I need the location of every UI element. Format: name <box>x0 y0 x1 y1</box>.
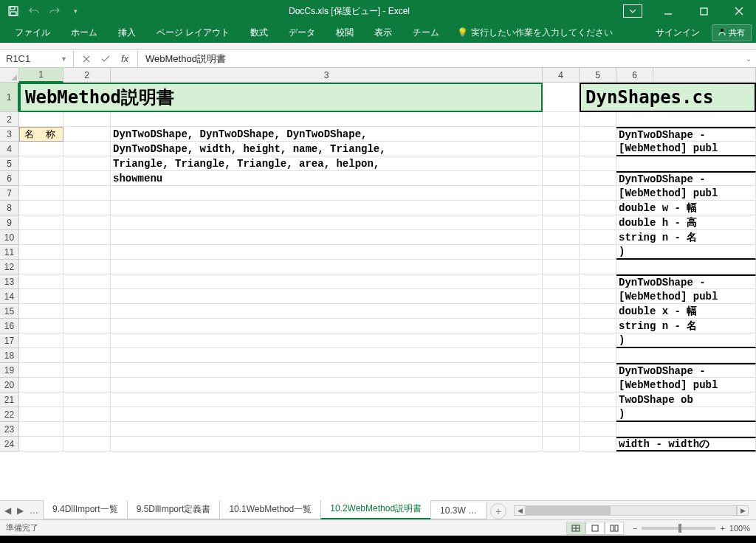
content-cell[interactable] <box>111 392 543 407</box>
row-header[interactable]: 21 <box>0 392 19 407</box>
row-header[interactable]: 20 <box>0 378 19 392</box>
view-pagebreak-button[interactable] <box>605 522 624 535</box>
cell[interactable] <box>63 304 111 319</box>
right-code-cell[interactable]: string n - 名 <box>616 230 756 245</box>
cancel-formula-button[interactable] <box>77 52 96 66</box>
row-header[interactable]: 19 <box>0 363 19 378</box>
cell[interactable] <box>580 245 616 260</box>
cell[interactable] <box>580 319 616 333</box>
cell[interactable] <box>63 333 111 348</box>
cell[interactable] <box>63 392 111 407</box>
right-code-cell[interactable]: TwoDShape ob <box>616 392 756 407</box>
cell[interactable] <box>19 289 63 304</box>
right-code-cell[interactable]: width - widthの <box>616 437 756 452</box>
cell[interactable] <box>19 156 63 171</box>
cell[interactable] <box>580 363 616 378</box>
cell[interactable] <box>543 112 580 127</box>
cell[interactable] <box>580 201 616 215</box>
tell-me-box[interactable]: 💡 実行したい作業を入力してください <box>457 27 613 39</box>
cell[interactable] <box>19 437 63 452</box>
cell[interactable] <box>543 142 580 156</box>
cell[interactable] <box>543 437 580 452</box>
scroll-thumb[interactable] <box>526 506 611 515</box>
ribbon-display-button[interactable] <box>616 0 650 22</box>
col-header-5[interactable]: 5 <box>580 68 616 83</box>
cell[interactable] <box>63 142 111 156</box>
right-code-cell[interactable]: double h - 高 <box>616 215 756 230</box>
horizontal-scrollbar[interactable]: ◀ ▶ <box>514 505 749 516</box>
cell[interactable] <box>580 260 616 274</box>
sheet-tab[interactable]: 9.4DllImport一覧 <box>43 500 128 519</box>
content-cell[interactable] <box>111 215 543 230</box>
cell[interactable] <box>543 333 580 348</box>
tab-home[interactable]: ホーム <box>61 22 108 44</box>
col-header-4[interactable]: 4 <box>543 68 580 83</box>
cell[interactable] <box>580 304 616 319</box>
cell[interactable] <box>543 186 580 201</box>
cell[interactable] <box>580 127 616 142</box>
undo-icon[interactable] <box>27 4 41 18</box>
tab-insert[interactable]: 挿入 <box>108 22 146 44</box>
cell[interactable] <box>19 112 63 127</box>
cell[interactable] <box>19 171 63 186</box>
row-header[interactable]: 23 <box>0 422 19 437</box>
cell[interactable] <box>19 378 63 392</box>
cell[interactable] <box>543 215 580 230</box>
cell[interactable] <box>580 230 616 245</box>
cell[interactable] <box>63 156 111 171</box>
row-header[interactable]: 5 <box>0 156 19 171</box>
cell[interactable] <box>543 83 580 112</box>
cell[interactable] <box>543 392 580 407</box>
content-cell[interactable]: showmenu <box>111 171 543 186</box>
cell[interactable] <box>580 392 616 407</box>
tab-data[interactable]: データ <box>278 22 326 44</box>
right-code-cell[interactable]: ) <box>616 245 756 260</box>
cell[interactable] <box>19 392 63 407</box>
sheet-tab[interactable]: 9.5DllImport定義書 <box>127 500 221 519</box>
cell[interactable] <box>63 274 111 289</box>
cell[interactable] <box>543 171 580 186</box>
cell[interactable] <box>543 260 580 274</box>
row-header[interactable]: 4 <box>0 142 19 156</box>
cell[interactable] <box>63 378 111 392</box>
cell[interactable] <box>63 407 111 422</box>
right-code-cell[interactable] <box>616 112 756 127</box>
right-code-cell[interactable]: DynTwoDShape - <box>616 274 756 289</box>
row-header[interactable]: 13 <box>0 274 19 289</box>
right-code-cell[interactable] <box>616 260 756 274</box>
cell[interactable] <box>543 363 580 378</box>
right-code-cell[interactable] <box>616 348 756 363</box>
col-header-1[interactable]: 1 <box>19 68 63 83</box>
signin-link[interactable]: サインイン <box>648 24 707 42</box>
content-cell[interactable] <box>111 437 543 452</box>
cell[interactable] <box>19 230 63 245</box>
right-code-cell[interactable]: ) <box>616 333 756 348</box>
right-code-cell[interactable]: [WebMethod] publ <box>616 289 756 304</box>
cell[interactable] <box>19 274 63 289</box>
cell[interactable] <box>19 363 63 378</box>
row-header[interactable]: 24 <box>0 437 19 452</box>
row-header[interactable]: 11 <box>0 245 19 260</box>
cell[interactable] <box>63 112 111 127</box>
cell[interactable] <box>543 422 580 437</box>
cell[interactable] <box>63 260 111 274</box>
tab-formulas[interactable]: 数式 <box>240 22 278 44</box>
cell[interactable] <box>543 304 580 319</box>
cell[interactable] <box>19 201 63 215</box>
name-box-dropdown-icon[interactable]: ▼ <box>61 55 67 63</box>
row-header[interactable]: 12 <box>0 260 19 274</box>
cell[interactable] <box>63 201 111 215</box>
title-cell-right[interactable]: DynShapes.cs <box>580 83 756 112</box>
content-cell[interactable]: Triangle, Triangle, Triangle, area, help… <box>111 156 543 171</box>
cell[interactable] <box>63 437 111 452</box>
col-header-2[interactable]: 2 <box>63 68 111 83</box>
right-code-cell[interactable]: [WebMethod] publ <box>616 142 756 156</box>
label-cell[interactable]: 名 称 <box>19 127 63 142</box>
content-cell[interactable] <box>111 274 543 289</box>
title-cell[interactable]: WebMethod説明書 <box>19 83 543 112</box>
row-header[interactable]: 16 <box>0 319 19 333</box>
cell[interactable] <box>19 422 63 437</box>
cell[interactable] <box>63 289 111 304</box>
cell[interactable] <box>580 156 616 171</box>
sheet-tab-active[interactable]: 10.2WebMethod説明書 <box>320 499 431 519</box>
